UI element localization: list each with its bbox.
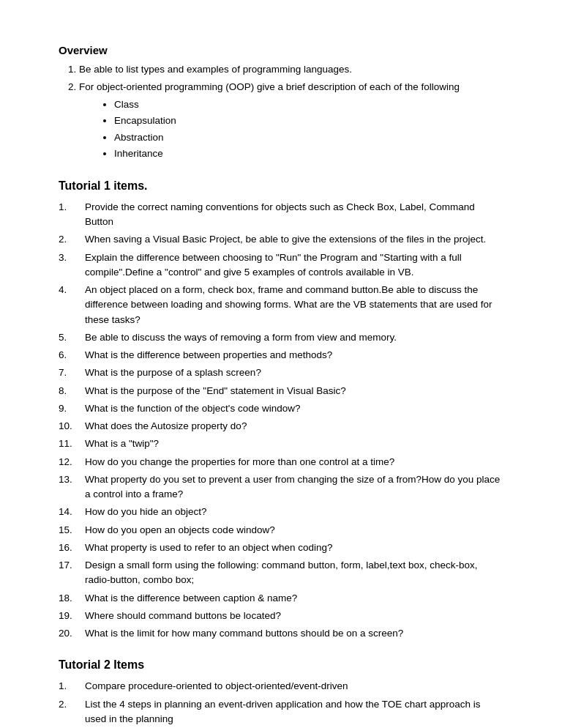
tutorial1-item-3: 3. Explain the difference between choosi… [59, 250, 503, 281]
bullet-class: Class [114, 97, 503, 113]
overview-bullet-list: Class Encapsulation Abstraction Inherita… [79, 97, 503, 162]
overview-list: Be able to list types and examples of pr… [59, 62, 503, 162]
tutorial1-item-6: 6. What is the difference between proper… [59, 348, 503, 363]
tutorial1-item-9: 9. What is the function of the object's … [59, 401, 503, 416]
page-content: Overview Be able to list types and examp… [0, 0, 562, 728]
tutorial1-section: Tutorial 1 items. 1. Provide the correct… [59, 179, 503, 642]
overview-item-2: For object-oriented programming (OOP) gi… [79, 80, 503, 162]
tutorial1-item-11: 11. What is a "twip"? [59, 437, 503, 451]
tutorial1-item-19: 19. Where should command buttons be loca… [59, 609, 503, 623]
tutorial1-item-4: 4. An object placed on a form, check box… [59, 283, 503, 327]
tutorial1-item-20: 20. What is the limit for how many comma… [59, 626, 503, 641]
tutorial1-item-15: 15. How do you open an objects code wind… [59, 523, 503, 538]
bullet-inheritance: Inheritance [114, 146, 503, 162]
tutorial1-item-14: 14. How do you hide an object? [59, 505, 503, 519]
tutorial1-item-10: 10. What does the Autosize property do? [59, 419, 503, 434]
tutorial1-item-16: 16. What property is used to refer to an… [59, 541, 503, 555]
bullet-abstraction: Abstraction [114, 130, 503, 146]
tutorial1-item-12: 12. How do you change the properties for… [59, 455, 503, 469]
tutorial2-item-1: 1. Compare procedure-oriented to object-… [59, 679, 503, 694]
tutorial1-item-2: 2. When saving a Visual Basic Project, b… [59, 232, 503, 247]
tutorial1-item-13: 13. What property do you set to prevent … [59, 472, 503, 502]
tutorial2-list: 1. Compare procedure-oriented to object-… [59, 679, 503, 728]
overview-title: Overview [59, 44, 503, 56]
tutorial1-item-8: 8. What is the purpose of the "End" stat… [59, 384, 503, 398]
tutorial2-title: Tutorial 2 Items [59, 658, 503, 672]
tutorial2-item-2: 2. List the 4 steps in planning an event… [59, 697, 503, 727]
tutorial1-list: 1. Provide the correct naming convention… [59, 200, 503, 642]
bullet-encapsulation: Encapsulation [114, 113, 503, 129]
tutorial2-section: Tutorial 2 Items 1. Compare procedure-or… [59, 658, 503, 728]
tutorial1-item-5: 5. Be able to discuss the ways of removi… [59, 330, 503, 345]
tutorial1-title: Tutorial 1 items. [59, 179, 503, 193]
tutorial1-item-17: 17. Design a small form using the follow… [59, 558, 503, 588]
tutorial1-item-7: 7. What is the purpose of a splash scree… [59, 365, 503, 380]
overview-item-1: Be able to list types and examples of pr… [79, 62, 503, 77]
overview-section: Overview Be able to list types and examp… [59, 44, 503, 162]
tutorial1-item-18: 18. What is the difference between capti… [59, 591, 503, 606]
tutorial1-item-1: 1. Provide the correct naming convention… [59, 200, 503, 230]
